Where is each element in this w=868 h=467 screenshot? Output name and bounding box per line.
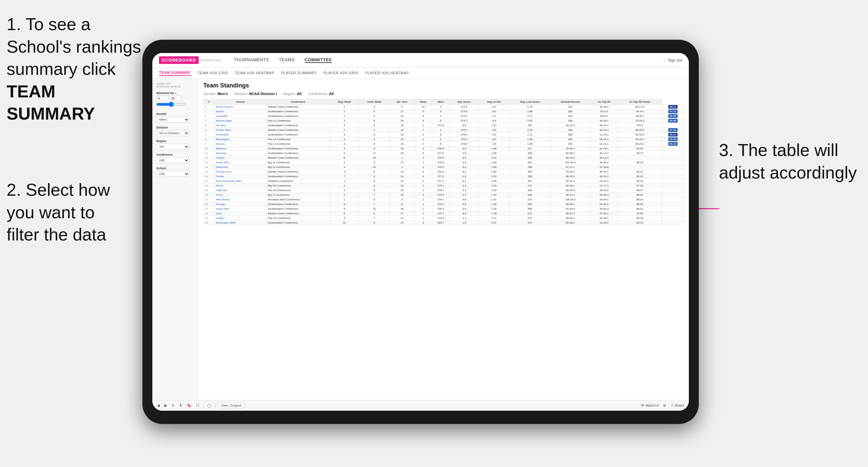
cell-no-tour: 4: [390, 105, 415, 109]
cell-wins: 278.5: [432, 193, 450, 197]
nav-tournaments[interactable]: TOURNAMENTS: [234, 57, 269, 63]
cell-reg-rank: 2: [330, 105, 359, 109]
cell-vs-top25: [618, 165, 662, 169]
school-select[interactable]: (All): [156, 171, 189, 177]
cell-conf-rank: 5: [359, 197, 390, 202]
cell-rnds: 1: [415, 202, 432, 207]
cell-avg-low: 260: [550, 109, 590, 114]
sign-out-link[interactable]: Sign out: [668, 58, 682, 63]
cell-rank: 18: [204, 184, 215, 188]
cell-conf-rank: 8: [359, 151, 390, 156]
cell-avg-low: 262: [550, 137, 590, 142]
subnav-team-h2h-heatmap[interactable]: TEAM H2H HEATMAP: [235, 71, 274, 75]
cell-avg-low: 59-41-4: [550, 193, 590, 197]
col-vs-top25: Vs Top 25: [590, 99, 618, 105]
cell-wins: 277.5: [432, 174, 450, 179]
toolbar-back[interactable]: ◀: [156, 403, 161, 408]
toolbar-view-original[interactable]: View: Original: [218, 403, 244, 408]
cell-conf-rank: 9: [359, 211, 390, 216]
cell-rank: 16: [204, 174, 215, 179]
table-row: 16 Florida Southeastern Conference 7 9 2…: [204, 174, 684, 179]
cell-conference: Southeastern Conference: [266, 132, 330, 137]
cell-vs-top50: 86.58: [662, 114, 684, 119]
cell-vs-top50: [662, 188, 684, 193]
cell-adj-score: -0.8: [450, 197, 478, 202]
instruction-step-3: 3. The table will adjust accordingly: [719, 139, 858, 184]
cell-conference: Southern Conference: [266, 179, 330, 184]
cell-score2: -6.2: [478, 105, 509, 109]
cell-adj-score: 276.3: [450, 137, 478, 142]
cell-avg-low: 104-42-3: [550, 160, 590, 165]
min-rank-to-input[interactable]: [169, 96, 182, 101]
min-rank-from-input[interactable]: [156, 96, 168, 101]
active-filters: Gender: Men's Division: NCAA Division I …: [203, 92, 684, 96]
cell-vs-top50: 89.11: [662, 105, 684, 109]
cell-school: Virginia: [214, 156, 266, 160]
cell-wins: 274.8: [432, 123, 450, 128]
toolbar-reload[interactable]: ↻: [170, 403, 176, 408]
cell-conference: Southeastern Conference: [266, 174, 330, 179]
toolbar-share-small[interactable]: ⬆: [178, 403, 183, 408]
cell-conf-rank: 6: [359, 132, 390, 137]
cell-vs-top25: 88-6-0: [618, 114, 662, 119]
cell-vs-top25: 89.13: [618, 221, 662, 225]
toolbar-copy[interactable]: ☐: [195, 403, 201, 408]
cell-conference: Southeastern Conference: [266, 221, 330, 225]
subnav-team-summary[interactable]: TEAM SUMMARY: [159, 70, 191, 76]
toolbar-forward[interactable]: ▶: [163, 403, 168, 408]
cell-reg-rank: 2: [330, 137, 359, 142]
rank-slider[interactable]: [156, 102, 186, 107]
subnav-player-h2h-grid[interactable]: PLAYER H2H GRID: [323, 71, 359, 75]
cell-vs-top50: [662, 197, 684, 202]
cell-vs-top50: 87.21: [662, 109, 684, 114]
cell-overall: 38-6-0: [590, 114, 618, 119]
cell-reg-rank: 4: [330, 169, 359, 174]
gender-select[interactable]: Men's: [156, 117, 189, 123]
table-row: 25 Oregon Pac-12 Conference 9 7 21 1 279…: [204, 216, 684, 221]
cell-avg-to-par: 2.11: [509, 132, 551, 137]
toolbar-share-btn[interactable]: ⇧ Share: [669, 403, 685, 408]
cell-score2: 3.01: [478, 156, 509, 160]
region-select[interactable]: N/A: [156, 144, 189, 150]
toolbar-clock[interactable]: ◯: [206, 403, 213, 408]
cell-rnds: 1: [415, 211, 432, 216]
table-row: 12 Virginia Atlantic Coast Conference 8 …: [204, 156, 684, 160]
cell-adj-score: -1.4: [450, 184, 478, 188]
subnav-team-h2h-grid[interactable]: TEAM H2H GRID: [198, 71, 228, 75]
cell-rnds: 2: [415, 165, 432, 169]
cell-overall: 43-23-1: [590, 119, 618, 123]
cell-avg-to-par: 1.98: [509, 137, 551, 142]
nav-committee[interactable]: COMMITTEE: [305, 57, 332, 63]
cell-reg-rank: 9: [330, 216, 359, 221]
cell-vs-top25: 42.88: [618, 211, 662, 216]
cell-adj-score: -0.4: [450, 211, 478, 216]
cell-rnds: 23: [415, 105, 432, 109]
nav-teams[interactable]: TEAMS: [279, 57, 294, 63]
cell-wins: 277.4: [432, 179, 450, 184]
cell-avg-to-par: 265: [509, 169, 551, 174]
cell-no-tour: 2: [390, 165, 415, 169]
table-row: 4 Arizona State Pac-12 Conference 1 8 25…: [204, 119, 684, 123]
conference-select[interactable]: (All): [156, 157, 189, 163]
cell-reg-rank: 1: [330, 109, 359, 114]
cell-overall: 33-44-3: [590, 207, 618, 211]
cell-score2: -4.0: [478, 119, 509, 123]
subnav-player-summary[interactable]: PLAYER SUMMARY: [281, 71, 317, 75]
cell-vs-top25: 80.47: [618, 169, 662, 174]
cell-school: Texas: [214, 193, 266, 197]
toolbar-bookmark[interactable]: 🔖: [185, 403, 193, 408]
division-select[interactable]: NCAA Division I: [156, 130, 189, 136]
toolbar-expand[interactable]: ⧉: [662, 403, 667, 408]
subnav-player-h2h-heatmap[interactable]: PLAYER H2H HEATMAP: [365, 71, 409, 75]
cell-vs-top50: [662, 221, 684, 225]
cell-conference: Southeastern Conference: [266, 123, 330, 128]
logo-subtitle: Powered by clippi: [200, 59, 221, 62]
cell-rank: 10: [204, 146, 215, 151]
cell-overall: 44-24-1: [590, 169, 618, 174]
cell-vs-top50: 85.49: [662, 137, 684, 142]
page-title: Team Standings: [203, 82, 684, 89]
cell-avg-low: 80-25-2: [550, 174, 590, 179]
toolbar-watch[interactable]: 👁 Watch ▾: [640, 403, 660, 408]
cell-reg-rank: 5: [330, 211, 359, 216]
cell-avg-low: 203: [550, 114, 590, 119]
